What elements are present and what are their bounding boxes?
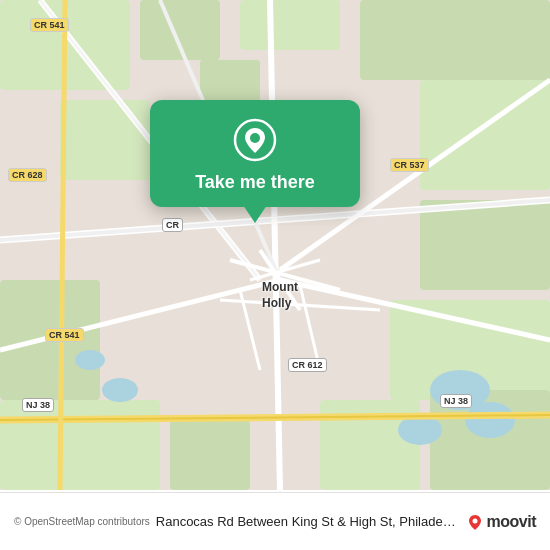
location-pin-icon — [233, 118, 277, 162]
road-badge-nj38-left: NJ 38 — [22, 398, 54, 412]
road-badge-cr541-bot: CR 541 — [45, 328, 84, 342]
map-svg — [0, 0, 550, 490]
road-badge-cr612: CR 612 — [288, 358, 327, 372]
svg-point-16 — [465, 402, 515, 438]
svg-point-19 — [75, 350, 105, 370]
svg-rect-4 — [360, 0, 550, 80]
copyright-text: © OpenStreetMap contributors — [14, 516, 150, 527]
svg-rect-3 — [240, 0, 340, 50]
svg-rect-13 — [60, 100, 150, 180]
address-text: Rancocas Rd Between King St & High St, P… — [156, 514, 458, 529]
moovit-pin-icon — [466, 513, 484, 531]
mount-holly-label: MountHolly — [262, 280, 298, 311]
svg-point-18 — [102, 378, 138, 402]
svg-rect-9 — [0, 400, 160, 490]
road-badge-cr537: CR 537 — [390, 158, 429, 172]
moovit-logo: moovit — [466, 513, 536, 531]
svg-rect-6 — [420, 200, 550, 290]
svg-point-39 — [250, 133, 260, 143]
svg-rect-10 — [170, 420, 250, 490]
road-badge-cr541-top: CR 541 — [30, 18, 69, 32]
road-badge-cr-mid: CR — [162, 218, 183, 232]
moovit-text: moovit — [487, 513, 536, 531]
map-container: CR 541 CR 628 CR CR 537 CR 541 NJ 38 CR … — [0, 0, 550, 550]
take-me-there-label: Take me there — [195, 172, 315, 193]
road-badge-nj38-right: NJ 38 — [440, 394, 472, 408]
bottom-bar: © OpenStreetMap contributors Rancocas Rd… — [0, 492, 550, 550]
road-badge-cr628: CR 628 — [8, 168, 47, 182]
svg-point-40 — [472, 518, 477, 523]
popup-card[interactable]: Take me there — [150, 100, 360, 207]
